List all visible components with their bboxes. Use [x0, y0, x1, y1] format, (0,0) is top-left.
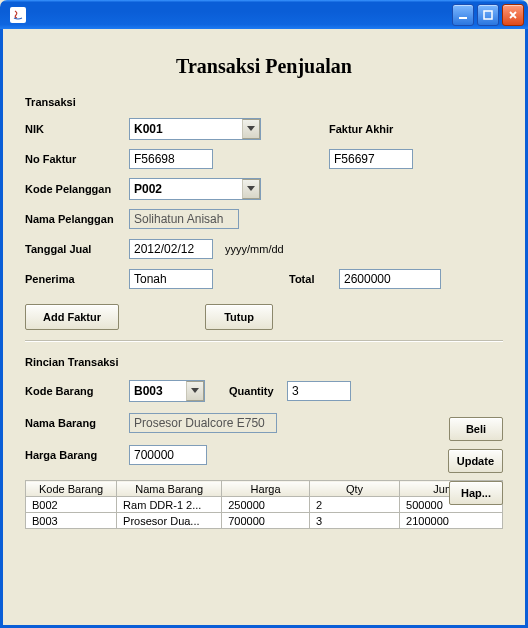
chevron-down-icon[interactable] — [242, 179, 260, 199]
tutup-button[interactable]: Tutup — [205, 304, 273, 330]
cell-qty[interactable]: 3 — [310, 513, 400, 529]
svg-rect-0 — [459, 17, 467, 19]
th-nama-barang[interactable]: Nama Barang — [117, 481, 222, 497]
label-nama-barang: Nama Barang — [25, 417, 129, 429]
svg-rect-1 — [484, 11, 492, 19]
label-total: Total — [289, 273, 339, 285]
label-kode-pelanggan: Kode Pelanggan — [25, 183, 129, 195]
label-tanggal-jual: Tanggal Jual — [25, 243, 129, 255]
label-quantity: Quantity — [229, 385, 287, 397]
nik-select[interactable] — [129, 118, 261, 140]
cell-nama-barang[interactable]: Ram DDR-1 2... — [117, 497, 222, 513]
maximize-button[interactable] — [477, 4, 499, 26]
tanggal-hint: yyyy/mm/dd — [225, 243, 284, 255]
no-faktur-input[interactable] — [129, 149, 213, 169]
total-input[interactable] — [339, 269, 441, 289]
nik-value[interactable] — [130, 119, 242, 139]
beli-button[interactable]: Beli — [449, 417, 503, 441]
label-nama-pelanggan: Nama Pelanggan — [25, 213, 129, 225]
chevron-down-icon[interactable] — [186, 381, 204, 401]
section-rincian: Rincian Transaksi — [25, 356, 503, 368]
hapus-button[interactable]: Hap... — [449, 481, 503, 505]
tanggal-jual-input[interactable] — [129, 239, 213, 259]
th-qty[interactable]: Qty — [310, 481, 400, 497]
window-titlebar — [0, 0, 528, 29]
label-nik: NIK — [25, 123, 129, 135]
update-button[interactable]: Update — [448, 449, 503, 473]
cell-harga[interactable]: 700000 — [222, 513, 310, 529]
cell-kode-barang[interactable]: B002 — [26, 497, 117, 513]
java-icon — [10, 7, 26, 23]
cell-kode-barang[interactable]: B003 — [26, 513, 117, 529]
close-button[interactable] — [502, 4, 524, 26]
cell-jumlah[interactable]: 2100000 — [400, 513, 503, 529]
rincian-table: Kode Barang Nama Barang Harga Qty Jumlah… — [25, 480, 503, 529]
kode-pelanggan-value[interactable] — [130, 179, 242, 199]
chevron-down-icon[interactable] — [242, 119, 260, 139]
kode-barang-select[interactable] — [129, 380, 205, 402]
cell-harga[interactable]: 250000 — [222, 497, 310, 513]
th-kode-barang[interactable]: Kode Barang — [26, 481, 117, 497]
section-transaksi: Transaksi — [25, 96, 503, 108]
label-kode-barang: Kode Barang — [25, 385, 129, 397]
table-header-row: Kode Barang Nama Barang Harga Qty Jumlah — [26, 481, 503, 497]
page-title: Transaksi Penjualan — [25, 55, 503, 78]
faktur-akhir-input[interactable] — [329, 149, 413, 169]
table-row[interactable]: B002 Ram DDR-1 2... 250000 2 500000 — [26, 497, 503, 513]
table-row[interactable]: B003 Prosesor Dua... 700000 3 2100000 — [26, 513, 503, 529]
nama-barang-input — [129, 413, 277, 433]
cell-qty[interactable]: 2 — [310, 497, 400, 513]
kode-barang-value[interactable] — [130, 381, 186, 401]
separator — [25, 340, 503, 342]
nama-pelanggan-input — [129, 209, 239, 229]
label-no-faktur: No Faktur — [25, 153, 129, 165]
kode-pelanggan-select[interactable] — [129, 178, 261, 200]
label-penerima: Penerima — [25, 273, 129, 285]
label-faktur-akhir: Faktur Akhir — [329, 123, 393, 135]
th-harga[interactable]: Harga — [222, 481, 310, 497]
quantity-input[interactable] — [287, 381, 351, 401]
label-harga-barang: Harga Barang — [25, 449, 129, 461]
minimize-button[interactable] — [452, 4, 474, 26]
window-content: Transaksi Penjualan Transaksi NIK Faktur… — [0, 29, 528, 628]
harga-barang-input[interactable] — [129, 445, 207, 465]
cell-nama-barang[interactable]: Prosesor Dua... — [117, 513, 222, 529]
penerima-input[interactable] — [129, 269, 213, 289]
add-faktur-button[interactable]: Add Faktur — [25, 304, 119, 330]
